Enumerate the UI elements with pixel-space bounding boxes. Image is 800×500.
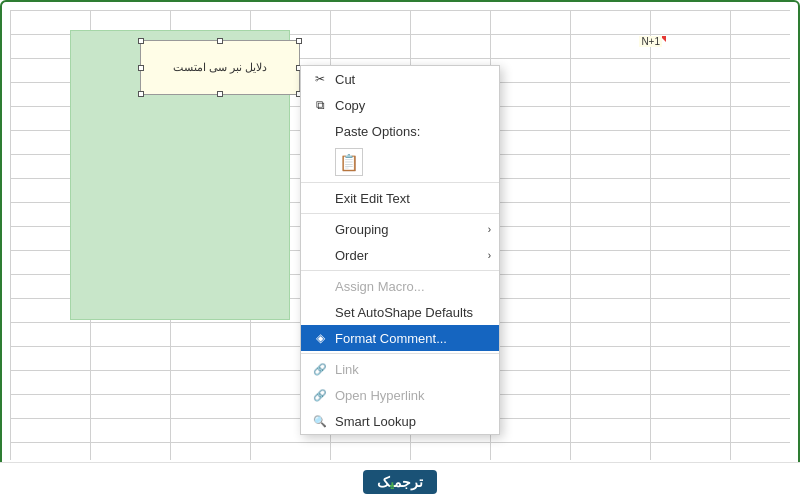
menu-item-assign-macro: Assign Macro... (301, 273, 499, 299)
order-arrow-icon: › (488, 250, 491, 261)
menu-label-open-hyperlink: Open Hyperlink (335, 388, 425, 403)
handle-bot-left[interactable] (138, 91, 144, 97)
handle-top-left[interactable] (138, 38, 144, 44)
paste-icon-button[interactable]: 📋 (335, 148, 363, 176)
menu-item-format-comment[interactable]: ◈ Format Comment... (301, 325, 499, 351)
smart-lookup-icon: 🔍 (311, 415, 329, 428)
handle-top-mid[interactable] (217, 38, 223, 44)
menu-label-format-comment: Format Comment... (335, 331, 447, 346)
menu-item-open-hyperlink: 🔗 Open Hyperlink (301, 382, 499, 408)
menu-item-copy[interactable]: ⧉ Copy (301, 92, 499, 118)
handle-bot-mid[interactable] (217, 91, 223, 97)
logo-green-char: ی (390, 474, 394, 490)
handle-top-right[interactable] (296, 38, 302, 44)
menu-label-link: Link (335, 362, 359, 377)
link-icon: 🔗 (311, 363, 329, 376)
menu-label-paste: Paste Options: (335, 124, 420, 139)
menu-item-smart-lookup[interactable]: 🔍 Smart Lookup (301, 408, 499, 434)
menu-label-smart-lookup: Smart Lookup (335, 414, 416, 429)
context-menu: ✂ Cut ⧉ Copy Paste Options: 📋 Exit Edit … (300, 65, 500, 435)
menu-item-exit-edit[interactable]: Exit Edit Text (301, 185, 499, 211)
menu-label-exit-edit: Exit Edit Text (335, 191, 410, 206)
separator-4 (301, 353, 499, 354)
comment-box-label: N+1 (639, 36, 662, 47)
comment-box-text: دلایل نبر سی امتست (173, 61, 267, 74)
logo-badge: ترجمیک (363, 470, 437, 494)
format-comment-icon: ◈ (311, 331, 329, 345)
grouping-arrow-icon: › (488, 224, 491, 235)
menu-label-autoshape: Set AutoShape Defaults (335, 305, 473, 320)
menu-label-assign-macro: Assign Macro... (335, 279, 425, 294)
separator-2 (301, 213, 499, 214)
logo-text: ترجمیک (377, 474, 423, 490)
handle-mid-left[interactable] (138, 65, 144, 71)
comment-box[interactable]: دلایل نبر سی امتست (140, 40, 300, 95)
menu-label-grouping: Grouping (335, 222, 388, 237)
menu-item-paste-header: Paste Options: (301, 118, 499, 144)
menu-label-order: Order (335, 248, 368, 263)
separator-3 (301, 270, 499, 271)
spreadsheet-area: دلایل نبر سی امتست N+1 ✂ Cut ⧉ Copy Past… (10, 10, 790, 460)
menu-item-cut[interactable]: ✂ Cut (301, 66, 499, 92)
copy-icon: ⧉ (311, 98, 329, 112)
menu-item-link: 🔗 Link (301, 356, 499, 382)
menu-item-set-autoshape[interactable]: Set AutoShape Defaults (301, 299, 499, 325)
menu-label-cut: Cut (335, 72, 355, 87)
menu-item-grouping[interactable]: Grouping › (301, 216, 499, 242)
menu-label-copy: Copy (335, 98, 365, 113)
cut-icon: ✂ (311, 72, 329, 86)
menu-item-order[interactable]: Order › (301, 242, 499, 268)
paste-options-area: 📋 (301, 144, 499, 180)
separator-1 (301, 182, 499, 183)
bottom-bar: ترجمیک (0, 462, 800, 500)
open-hyperlink-icon: 🔗 (311, 389, 329, 402)
